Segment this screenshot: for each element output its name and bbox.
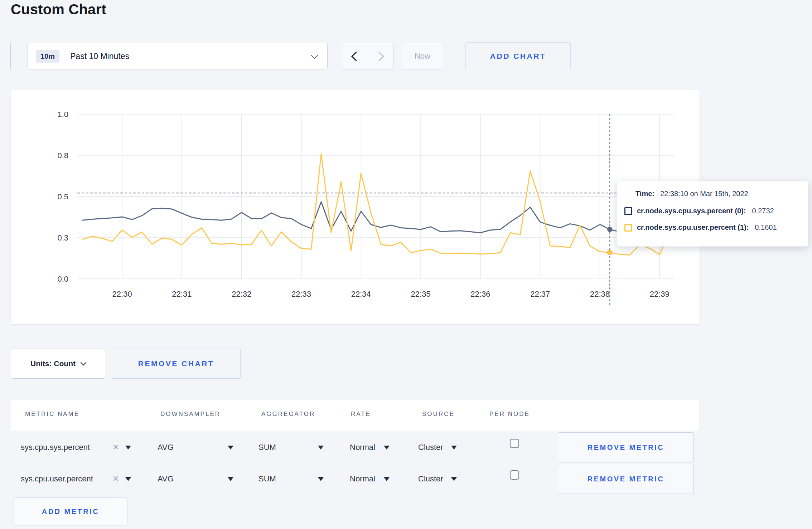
svg-text:0.0: 0.0	[57, 275, 68, 283]
page-title: Custom Chart	[11, 1, 106, 18]
metrics-table: METRIC NAME DOWNSAMPLER AGGREGATOR RATE …	[11, 400, 699, 529]
clear-metric-icon[interactable]: ✕	[112, 463, 119, 495]
header-per-node: PER NODE	[489, 411, 530, 418]
svg-text:22:34: 22:34	[351, 290, 371, 299]
header-aggregator: AGGREGATOR	[261, 411, 315, 418]
svg-text:0.5: 0.5	[57, 192, 68, 201]
caret-down-icon	[318, 477, 324, 481]
tooltip-sys-label: cr.node.sys.cpu.sys.percent (0):	[637, 207, 746, 215]
chevron-left-icon	[351, 52, 361, 61]
tooltip-time-label: Time:	[635, 190, 654, 198]
svg-text:22:38: 22:38	[590, 290, 610, 299]
clear-metric-icon[interactable]: ✕	[112, 432, 119, 463]
units-label: Units: Count	[30, 359, 76, 368]
per-node-checkbox[interactable]	[510, 439, 519, 448]
next-time-button[interactable]	[368, 43, 393, 69]
svg-text:1.0: 1.0	[57, 110, 68, 119]
series-sys-legend-swatch-icon	[624, 207, 632, 215]
rate-select[interactable]: Normal	[350, 463, 375, 495]
add-metric-button[interactable]: ADD METRIC	[14, 498, 127, 525]
svg-text:22:30: 22:30	[112, 290, 132, 299]
table-row: sys.cpu.user.percent ✕ AVG SUM Normal Cl…	[11, 463, 699, 495]
header-downsampler: DOWNSAMPLER	[160, 411, 221, 418]
caret-down-icon	[384, 477, 390, 481]
table-row: sys.cpu.sys.percent ✕ AVG SUM Normal Clu…	[11, 432, 699, 463]
svg-text:22:36: 22:36	[470, 290, 490, 299]
aggregator-select[interactable]: SUM	[258, 463, 276, 495]
svg-text:22:37: 22:37	[530, 290, 550, 299]
time-range-dropdown[interactable]: 10m Past 10 Minutes	[28, 43, 328, 69]
caret-down-icon	[384, 446, 390, 450]
caret-down-icon	[125, 446, 131, 450]
remove-metric-button[interactable]: REMOVE METRIC	[558, 432, 694, 462]
metric-name-select[interactable]: sys.cpu.user.percent	[21, 463, 93, 495]
source-select[interactable]: Cluster	[418, 432, 443, 463]
chevron-down-icon	[80, 360, 86, 366]
remove-metric-button[interactable]: REMOVE METRIC	[558, 464, 694, 494]
tooltip-user-label: cr.node.sys.cpu.user.percent (1):	[637, 223, 749, 232]
tooltip-user-value: 0.1601	[755, 223, 777, 232]
caret-down-icon	[228, 477, 233, 481]
svg-text:22:32: 22:32	[232, 290, 251, 299]
chart-tooltip: Time: 22:38:10 on Mar 15th, 2022 cr.node…	[617, 181, 808, 247]
metrics-table-header: METRIC NAME DOWNSAMPLER AGGREGATOR RATE …	[11, 400, 699, 431]
svg-text:22:35: 22:35	[411, 290, 431, 299]
svg-text:22:31: 22:31	[172, 290, 192, 299]
header-source: SOURCE	[422, 411, 455, 418]
caret-down-icon	[318, 446, 324, 450]
metric-name-select[interactable]: sys.cpu.sys.percent	[21, 432, 90, 463]
chevron-right-icon	[374, 52, 384, 61]
per-node-checkbox[interactable]	[510, 470, 519, 480]
downsampler-select[interactable]: AVG	[158, 463, 174, 495]
caret-down-icon	[125, 477, 131, 481]
header-metric-name: METRIC NAME	[25, 411, 79, 418]
toolbar-divider	[10, 43, 11, 69]
add-chart-button[interactable]: ADD CHART	[465, 42, 571, 70]
svg-text:22:33: 22:33	[291, 290, 311, 299]
svg-text:0.3: 0.3	[57, 233, 68, 242]
chevron-down-icon	[311, 51, 318, 59]
caret-down-icon	[451, 477, 457, 481]
now-button[interactable]: Now	[402, 43, 443, 69]
downsampler-select[interactable]: AVG	[158, 432, 174, 463]
prev-time-button[interactable]	[342, 43, 368, 69]
svg-text:0.8: 0.8	[57, 151, 68, 160]
remove-chart-button[interactable]: REMOVE CHART	[112, 349, 241, 379]
tooltip-sys-value: 0.2732	[752, 207, 774, 215]
series-user-legend-swatch-icon	[624, 224, 632, 232]
time-range-label: Past 10 Minutes	[70, 52, 129, 61]
rate-select[interactable]: Normal	[350, 432, 375, 463]
time-range-badge: 10m	[36, 50, 59, 63]
svg-text:22:39: 22:39	[650, 290, 670, 299]
units-dropdown[interactable]: Units: Count	[11, 349, 105, 379]
tooltip-time-value: 22:38:10 on Mar 15th, 2022	[660, 190, 748, 198]
aggregator-select[interactable]: SUM	[258, 432, 276, 463]
caret-down-icon	[451, 446, 457, 450]
caret-down-icon	[228, 446, 233, 450]
chart-svg[interactable]: 0.00.30.50.81.022:3022:3122:3222:3322:34…	[11, 89, 700, 324]
source-select[interactable]: Cluster	[418, 463, 443, 495]
time-step-button-group	[342, 43, 393, 69]
chart-card: 0.00.30.50.81.022:3022:3122:3222:3322:34…	[11, 89, 700, 325]
header-rate: RATE	[351, 411, 371, 418]
